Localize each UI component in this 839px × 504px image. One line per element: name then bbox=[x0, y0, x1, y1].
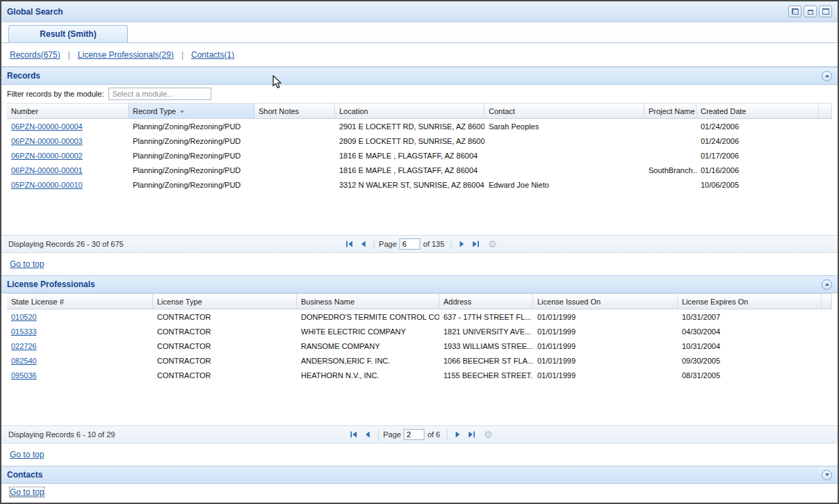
cell-address: 1066 BEECHER ST FLA... bbox=[439, 353, 533, 368]
cell-issued-on: 01/01/1999 bbox=[533, 353, 678, 368]
refresh-icon[interactable]: ⚙ bbox=[484, 430, 493, 439]
license-number-link[interactable]: 082540 bbox=[11, 357, 37, 365]
cell-issued-on: 01/01/1999 bbox=[533, 324, 678, 339]
cell-address: 1933 WILLIAMS STREE... bbox=[439, 339, 533, 353]
page-label: Page bbox=[379, 240, 397, 248]
cell-created-date: 01/16/2006 bbox=[697, 163, 819, 177]
license-professionals-collapse-button[interactable] bbox=[822, 279, 832, 290]
page-total-label: of 135 bbox=[423, 240, 445, 248]
window-title: Global Search bbox=[7, 7, 63, 17]
table-row: 082540 CONTRACTOR ANDERSON,ERIC F. INC. … bbox=[7, 353, 832, 368]
cell-address: 1155 BEECHER STREET... bbox=[439, 368, 533, 382]
col-business-name[interactable]: Business Name bbox=[297, 293, 439, 309]
cell-contact: Sarah Peoples bbox=[484, 119, 644, 133]
cell-created-date: 01/24/2006 bbox=[697, 133, 819, 148]
chevron-up-icon bbox=[825, 74, 829, 77]
license-number-link[interactable]: 015333 bbox=[11, 327, 37, 336]
contacts-expand-button[interactable] bbox=[822, 470, 832, 480]
cell-location: 1816 E MAPLE , FLAGSTAFF, AZ 86004 bbox=[335, 148, 484, 163]
contacts-count-link[interactable]: Contacts(1) bbox=[191, 50, 234, 60]
col-state-license[interactable]: State License # bbox=[7, 293, 153, 309]
license-number-link[interactable]: 010520 bbox=[11, 313, 37, 321]
cascade-button[interactable] bbox=[788, 6, 801, 17]
tab-result-smith[interactable]: Result (Smith) bbox=[8, 25, 128, 42]
maximize-button[interactable] bbox=[819, 6, 832, 17]
cell-project-name bbox=[644, 177, 697, 192]
col-location[interactable]: Location bbox=[335, 103, 484, 119]
first-page-button[interactable] bbox=[346, 428, 360, 441]
cell-location: 1816 E MAPLE , FLAGSTAFF, AZ 86004 bbox=[335, 163, 484, 177]
first-page-icon bbox=[344, 239, 354, 249]
cell-license-type: CONTRACTOR bbox=[153, 339, 297, 353]
record-number-link[interactable]: 06PZN-00000-00002 bbox=[11, 152, 83, 160]
record-number-link[interactable]: 06PZN-00000-00003 bbox=[11, 137, 83, 145]
table-row: 010520 CONTRACTOR DONPEDRO'S TERMITE CON… bbox=[7, 309, 832, 324]
records-collapse-button[interactable] bbox=[822, 71, 832, 81]
col-license-issued-on[interactable]: License Issued On bbox=[533, 293, 678, 309]
go-to-top-link[interactable]: Go to top bbox=[10, 259, 44, 269]
go-to-top-link[interactable]: Go to top bbox=[10, 487, 44, 497]
col-license-type[interactable]: License Type bbox=[153, 293, 297, 309]
pager-separator bbox=[446, 429, 447, 440]
cell-contact bbox=[484, 133, 644, 148]
record-number-link[interactable]: 06PZN-00000-00001 bbox=[11, 166, 83, 174]
table-row: 05PZN-00000-00010 Planning/Zoning/Rezoni… bbox=[7, 177, 832, 192]
cell-record-type: Planning/Zoning/Rezoning/PUD bbox=[129, 133, 254, 148]
license-professionals-section-title: License Professionals bbox=[7, 279, 95, 289]
records-grid: Number Record Type Short Notes Location … bbox=[7, 103, 832, 192]
col-license-expires-on[interactable]: License Expires On bbox=[678, 293, 822, 309]
page-total-label: of 6 bbox=[427, 430, 440, 439]
record-number-link[interactable]: 06PZN-00000-00004 bbox=[11, 122, 83, 131]
cell-created-date: 01/17/2006 bbox=[697, 148, 819, 163]
sort-desc-icon bbox=[180, 111, 184, 113]
col-created-date[interactable]: Created Date bbox=[697, 103, 819, 119]
previous-page-button[interactable] bbox=[356, 237, 370, 251]
license-professionals-count-link[interactable]: License Professionals(29) bbox=[78, 50, 174, 60]
cell-license-type: CONTRACTOR bbox=[153, 368, 297, 382]
cell-address: 637 - 17TH STREET FL... bbox=[439, 309, 533, 324]
col-contact[interactable]: Contact bbox=[484, 103, 644, 119]
records-pagination-bar: Displaying Records 26 - 30 of 675 Page o… bbox=[1, 235, 838, 253]
col-number[interactable]: Number bbox=[7, 103, 129, 119]
cell-issued-on: 01/01/1999 bbox=[533, 368, 678, 382]
records-filter-row: Filter records by the module: bbox=[1, 85, 838, 103]
cell-contact: Edward Joe Nieto bbox=[484, 177, 644, 192]
first-page-button[interactable] bbox=[342, 237, 356, 251]
records-section-title: Records bbox=[7, 71, 40, 81]
cell-record-type: Planning/Zoning/Rezoning/PUD bbox=[129, 119, 254, 133]
cell-license-type: CONTRACTOR bbox=[153, 324, 297, 339]
restore-button[interactable] bbox=[804, 6, 817, 17]
contacts-go-to-top-row: Go to top bbox=[1, 484, 838, 497]
record-number-link[interactable]: 05PZN-00000-00010 bbox=[11, 181, 83, 189]
contacts-section-header: Contacts bbox=[1, 466, 838, 484]
page-number-input[interactable] bbox=[404, 429, 425, 440]
tab-strip: Result (Smith) bbox=[1, 22, 838, 43]
license-number-link[interactable]: 095036 bbox=[11, 371, 37, 380]
col-address[interactable]: Address bbox=[439, 293, 533, 309]
license-pagination-bar: Displaying Records 6 - 10 of 29 Page of … bbox=[1, 425, 838, 444]
col-short-notes[interactable]: Short Notes bbox=[254, 103, 335, 119]
col-project-name[interactable]: Project Name bbox=[644, 103, 697, 119]
last-page-button[interactable] bbox=[464, 428, 478, 441]
refresh-icon[interactable]: ⚙ bbox=[488, 239, 497, 249]
page-number-input[interactable] bbox=[400, 238, 421, 250]
cell-business-name: WHITE ELECTRIC COMPANY bbox=[297, 324, 439, 339]
table-row: 06PZN-00000-00003 Planning/Zoning/Rezoni… bbox=[7, 133, 832, 148]
contacts-section-title: Contacts bbox=[7, 470, 42, 480]
last-page-button[interactable] bbox=[469, 237, 482, 251]
next-page-button[interactable] bbox=[455, 237, 469, 251]
next-page-button[interactable] bbox=[450, 428, 464, 441]
cell-short-notes bbox=[254, 177, 335, 192]
pager-separator bbox=[377, 429, 378, 440]
col-record-type[interactable]: Record Type bbox=[129, 103, 254, 119]
license-pager-status: Displaying Records 6 - 10 of 29 bbox=[8, 430, 115, 439]
table-row: 015333 CONTRACTOR WHITE ELECTRIC COMPANY… bbox=[7, 324, 832, 339]
previous-page-button[interactable] bbox=[360, 428, 374, 441]
module-filter-input[interactable] bbox=[108, 88, 211, 100]
license-number-link[interactable]: 022726 bbox=[11, 342, 37, 350]
cell-expires-on: 04/30/2004 bbox=[678, 324, 822, 339]
records-count-link[interactable]: Records(675) bbox=[10, 50, 60, 60]
next-page-icon bbox=[453, 430, 462, 439]
cell-short-notes bbox=[254, 148, 335, 163]
go-to-top-link[interactable]: Go to top bbox=[10, 450, 44, 460]
